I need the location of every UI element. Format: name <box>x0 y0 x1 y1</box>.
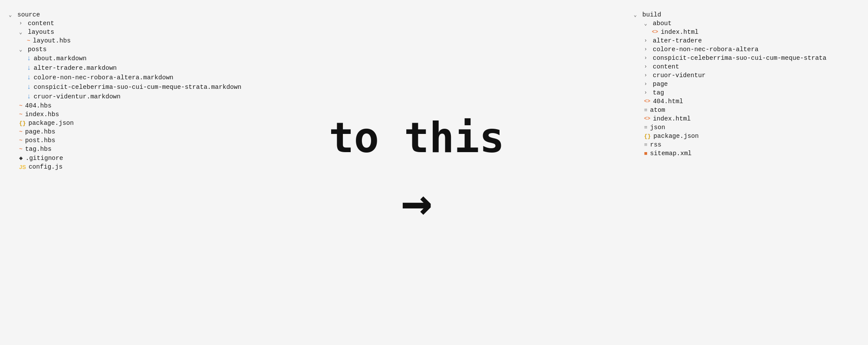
tree-file-atom[interactable]: ≡ atom <box>634 106 859 114</box>
chevron-right-icon: › <box>644 64 650 70</box>
chevron-down-icon: ⌄ <box>9 12 15 18</box>
file-label: colore-non-nec-robora-altera.markdown <box>34 74 174 81</box>
tree-file-index-hbs[interactable]: ~ index.hbs <box>9 110 200 119</box>
plain-icon: ≡ <box>644 142 648 148</box>
chevron-right-icon: › <box>19 20 25 26</box>
js-icon: JS <box>19 164 26 170</box>
chevron-down-icon: ⌄ <box>19 29 25 35</box>
file-label: alter-tradere.markdown <box>34 65 117 72</box>
html-icon: <> <box>644 98 650 104</box>
tree-folder-alter-tradere[interactable]: › alter-tradere <box>634 36 859 45</box>
chevron-down-icon: ⌄ <box>634 12 640 18</box>
tree-folder-content-build[interactable]: › content <box>634 62 859 71</box>
tree-file-tag-hbs[interactable]: ~ tag.hbs <box>9 145 200 153</box>
tree-file-404-html[interactable]: <> 404.html <box>634 97 859 106</box>
tree-file-conspicit-md[interactable]: ↓ conspicit-celeberrima-suo-cui-cum-mequ… <box>9 82 200 92</box>
folder-label: page <box>653 81 668 88</box>
git-icon: ◆ <box>19 154 23 162</box>
xml-icon: ■ <box>644 150 648 157</box>
tree-folder-colore[interactable]: › colore-non-nec-robora-altera <box>634 45 859 54</box>
file-label: tag.hbs <box>25 146 52 153</box>
hbs-icon: ~ <box>19 129 23 135</box>
folder-label: source <box>17 11 40 18</box>
folder-label: colore-non-nec-robora-altera <box>653 46 759 53</box>
tree-file-package-json[interactable]: {} package.json <box>9 119 200 127</box>
tree-folder-tag[interactable]: › tag <box>634 88 859 97</box>
file-label: sitemap.xml <box>650 150 692 157</box>
md-icon: ↓ <box>27 93 31 101</box>
file-label: json <box>650 124 665 131</box>
left-panel: ⌄ source › content ⌄ layouts ~ layout.hb… <box>0 0 208 345</box>
tree-folder-content[interactable]: › content <box>9 19 200 28</box>
middle-panel: to this → <box>208 0 625 345</box>
file-label: .gitignore <box>25 155 63 162</box>
folder-label: cruor-videntur <box>653 72 706 79</box>
hbs-icon: ~ <box>19 111 23 118</box>
tree-folder-about[interactable]: ⌄ about <box>634 19 859 28</box>
folder-label: content <box>28 20 54 27</box>
tree-folder-conspicit[interactable]: › conspicit-celeberrima-suo-cui-cum-mequ… <box>634 54 859 62</box>
chevron-right-icon: › <box>644 55 650 61</box>
tree-file-alter-md[interactable]: ↓ alter-tradere.markdown <box>9 63 200 73</box>
folder-label: posts <box>28 46 47 53</box>
tree-folder-posts[interactable]: ⌄ posts <box>9 45 200 54</box>
file-label: index.html <box>661 29 698 36</box>
md-icon: ↓ <box>27 55 31 62</box>
folder-label: conspicit-celeberrima-suo-cui-cum-meque-… <box>653 55 826 62</box>
file-label: config.js <box>29 163 62 170</box>
hbs-icon: ~ <box>19 146 23 153</box>
tree-file-layout-hbs[interactable]: ~ layout.hbs <box>9 36 200 45</box>
html-icon: <> <box>644 116 650 122</box>
json-icon: {} <box>19 120 26 127</box>
file-label: layout.hbs <box>33 37 71 44</box>
chevron-right-icon: › <box>644 81 650 87</box>
to-this-text: to this <box>329 117 505 159</box>
tree-file-package-json-build[interactable]: {} package.json <box>634 132 859 140</box>
md-icon: ↓ <box>27 83 31 91</box>
tree-file-index-html[interactable]: <> index.html <box>634 114 859 123</box>
tree-file-404-hbs[interactable]: ~ 404.hbs <box>9 101 200 110</box>
tree-file-config-js[interactable]: JS config.js <box>9 163 200 171</box>
tree-folder-cruor[interactable]: › cruor-videntur <box>634 71 859 80</box>
chevron-right-icon: › <box>644 46 650 52</box>
folder-label: alter-tradere <box>653 37 702 44</box>
tree-folder-layouts[interactable]: ⌄ layouts <box>9 28 200 36</box>
tree-file-colore-md[interactable]: ↓ colore-non-nec-robora-altera.markdown <box>9 73 200 82</box>
folder-label: build <box>642 11 661 18</box>
folder-label: about <box>653 20 672 27</box>
tree-file-rss[interactable]: ≡ rss <box>634 140 859 149</box>
file-label: cruor-videntur.markdown <box>34 93 121 100</box>
file-label: atom <box>650 107 665 114</box>
file-label: page.hbs <box>25 128 56 135</box>
tree-file-gitignore[interactable]: ◆ .gitignore <box>9 153 200 163</box>
file-label: rss <box>650 141 661 148</box>
right-panel: ⌄ build ⌄ about <> index.html › alter-tr… <box>625 0 868 345</box>
file-label: index.html <box>653 115 690 122</box>
tree-file-about-index-html[interactable]: <> index.html <box>634 28 859 36</box>
tree-folder-page[interactable]: › page <box>634 80 859 88</box>
tree-file-post-hbs[interactable]: ~ post.hbs <box>9 136 200 145</box>
tree-root-source[interactable]: ⌄ source <box>9 10 200 19</box>
tree-file-sitemap-xml[interactable]: ■ sitemap.xml <box>634 149 859 158</box>
tree-file-cruor-md[interactable]: ↓ cruor-videntur.markdown <box>9 92 200 101</box>
chevron-right-icon: › <box>644 72 650 78</box>
hbs-icon: ~ <box>27 38 30 44</box>
plain-icon: ≡ <box>644 107 648 114</box>
chevron-down-icon: ⌄ <box>644 20 650 26</box>
folder-label: layouts <box>28 29 54 36</box>
tree-file-json[interactable]: ≡ json <box>634 123 859 132</box>
tree-root-build[interactable]: ⌄ build <box>634 10 859 19</box>
json-icon: {} <box>644 133 651 140</box>
file-label: 404.hbs <box>25 102 52 109</box>
tree-file-about-md[interactable]: ↓ about.markdown <box>9 54 200 63</box>
hbs-icon: ~ <box>19 103 23 109</box>
tree-file-page-hbs[interactable]: ~ page.hbs <box>9 127 200 136</box>
file-label: index.hbs <box>25 111 59 118</box>
plain-icon: ≡ <box>644 124 648 131</box>
arrow-icon: → <box>401 176 432 228</box>
file-label: post.hbs <box>25 137 56 144</box>
file-label: package.json <box>29 120 74 127</box>
hbs-icon: ~ <box>19 137 23 144</box>
file-label: 404.html <box>653 98 683 105</box>
chevron-right-icon: › <box>644 90 650 96</box>
